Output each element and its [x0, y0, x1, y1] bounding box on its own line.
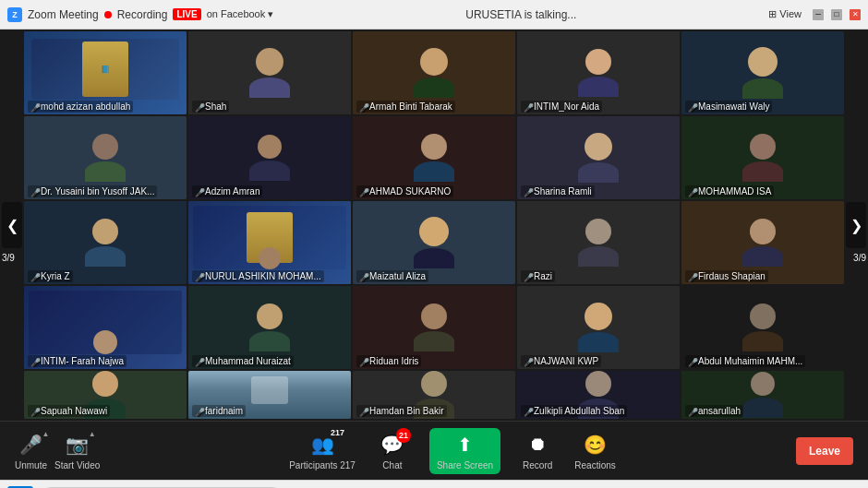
video-icon: 📷 ▲ — [63, 432, 92, 458]
active-speaker-banner-title: URUSETIA is talking... — [465, 8, 576, 21]
silhouette-6 — [85, 134, 126, 182]
toolbar-center: 👥 217 Participants 217 💬 21 Chat ⬆ Share… — [289, 428, 616, 474]
silhouette-11 — [85, 219, 126, 267]
chat-label: Chat — [382, 460, 402, 470]
video-content-15: 🎤 Firdaus Shapian — [681, 201, 844, 284]
participants-label: Participants 217 — [289, 460, 356, 470]
participant-label-21: 🎤 Sapuah Nawawi — [28, 405, 110, 417]
chat-badge: 21 — [396, 428, 411, 443]
mic-icon-11: 🎤 — [30, 273, 38, 280]
video-cell: 🎤 Masimawati Waly — [681, 31, 844, 114]
video-cell: 🎤 faridnaim — [188, 371, 351, 419]
video-content-22: 🎤 faridnaim — [188, 371, 351, 419]
recording-dot-icon — [104, 11, 112, 18]
participants-icon: 👥 217 — [307, 432, 337, 458]
silhouette-16b — [93, 330, 117, 354]
mic-icon-21: 🎤 — [30, 408, 38, 415]
video-content-12: 🎤 NURUL ASHIKIN MOHAM... — [188, 201, 351, 284]
mic-icon-7: 🎤 — [195, 188, 202, 196]
minimize-button[interactable]: ─ — [813, 9, 824, 20]
video-content-18: 🎤 Riduan Idris — [353, 286, 515, 369]
share-screen-button[interactable]: ⬆ Share Screen — [429, 428, 500, 474]
silhouette-18 — [414, 304, 454, 351]
video-cell: 🎤 Kyria Z — [24, 201, 187, 284]
participant-label-14: 🎤 Razi — [521, 270, 555, 282]
reactions-label: Reactions — [574, 460, 615, 470]
record-label: Record — [523, 460, 552, 470]
share-screen-label: Share Screen — [437, 460, 493, 470]
mic-icon-14: 🎤 — [524, 273, 531, 280]
participant-label-23: 🎤 Hamdan Bin Bakir — [356, 405, 447, 417]
view-button[interactable]: ⊞ View — [768, 8, 802, 20]
video-content-21: 🎤 Sapuah Nawawi — [24, 371, 187, 419]
silhouette-7 — [249, 135, 290, 181]
mic-icon-20: 🎤 — [688, 358, 695, 365]
video-cell: 🎤 ansarullah — [681, 371, 844, 419]
mic-icon-3: 🎤 — [359, 103, 367, 111]
video-content-8: 🎤 AHMAD SUKARNO — [353, 116, 515, 199]
on-facebook-label: on Facebook ▾ — [207, 8, 274, 20]
mic-icon-23: 🎤 — [359, 408, 367, 415]
video-cell: 🎤 NURUL ASHIKIN MOHAM... — [188, 201, 351, 284]
participant-label-13: 🎤 Maizatul Aliza — [356, 270, 428, 282]
next-page-button[interactable]: ❯ — [846, 202, 866, 248]
reactions-button[interactable]: 😊 Reactions — [574, 432, 615, 470]
video-cell: 🎤 Armah Binti Tabarak — [353, 31, 515, 114]
participant-label-2: 🎤 Shah — [192, 101, 229, 113]
video-cell: 🎤 Maizatul Aliza — [353, 201, 515, 284]
video-cell: 🎤 INTIM- Farah Najwa — [24, 286, 187, 369]
participant-label-12: 🎤 NURUL ASHIKIN MOHAM... — [192, 270, 324, 282]
participant-label-22: 🎤 faridnaim — [192, 405, 246, 417]
toolbar-left: 🎤 ▲ Unmute 📷 ▲ Start Video — [15, 432, 126, 470]
participant-label-10: 🎤 MOHAMMAD ISA — [685, 185, 774, 197]
participant-label-18: 🎤 Riduan Idris — [356, 355, 421, 367]
mic-icon-25: 🎤 — [688, 408, 695, 415]
participant-label-7: 🎤 Adzim Amran — [192, 185, 262, 197]
silhouette-25 — [742, 372, 783, 418]
mic-icon-1: 🎤 — [30, 103, 38, 111]
silhouette-14 — [578, 219, 619, 267]
chat-button[interactable]: 💬 21 Chat — [378, 432, 407, 470]
participant-label-6: 🎤 Dr. Yusaini bin Yusoff JAK... — [28, 185, 157, 197]
mic-icon-8: 🎤 — [359, 188, 367, 196]
participants-button[interactable]: 👥 217 Participants 217 — [289, 432, 356, 470]
maximize-button[interactable]: □ — [831, 9, 842, 20]
participant-label-16: 🎤 INTIM- Farah Najwa — [28, 355, 127, 367]
silhouette-15 — [742, 219, 783, 267]
mic-icon-12: 🎤 — [195, 273, 202, 280]
video-content-25: 🎤 ansarullah — [681, 371, 844, 419]
video-caret[interactable]: ▲ — [89, 430, 96, 438]
title-bar: Z Zoom Meeting Recording LIVE on Faceboo… — [0, 0, 868, 30]
facebook-dropdown-arrow[interactable]: ▾ — [268, 8, 273, 19]
video-content-24: 🎤 Zulkipli Abdullah Sban — [517, 371, 680, 419]
video-cell: 🎤 Dr. Yusaini bin Yusoff JAK... — [24, 116, 187, 199]
left-page-indicator: 3/9 — [2, 253, 15, 263]
participant-label-1: 🎤 mohd azizan abdullah — [28, 101, 133, 113]
video-content-23: 🎤 Hamdan Bin Bakir — [353, 371, 515, 419]
silhouette-2 — [249, 48, 290, 98]
live-badge: LIVE — [173, 8, 200, 20]
start-video-button[interactable]: 📷 ▲ Start Video — [54, 432, 100, 470]
leave-button[interactable]: Leave — [796, 437, 853, 465]
share-screen-icon: ⬆ — [451, 432, 480, 458]
video-content-1: 📘 🎤 mohd azizan abdullah — [24, 31, 187, 114]
mic-icon-15: 🎤 — [688, 273, 695, 280]
video-content-19: 🎤 NAJWANI KWP — [517, 286, 680, 369]
mic-icon-10: 🎤 — [688, 188, 695, 196]
video-cell: 🎤 Sharina Ramli — [517, 116, 680, 199]
video-content-16: 🎤 INTIM- Farah Najwa — [24, 286, 187, 369]
participant-label-9: 🎤 Sharina Ramli — [521, 185, 595, 197]
mute-caret[interactable]: ▲ — [42, 430, 50, 438]
video-content-11: 🎤 Kyria Z — [24, 201, 187, 284]
participant-label-11: 🎤 Kyria Z — [28, 270, 73, 282]
mic-icon-9: 🎤 — [524, 188, 531, 196]
close-button[interactable]: ✕ — [850, 9, 861, 20]
mic-icon-17: 🎤 — [195, 358, 202, 365]
unmute-button[interactable]: 🎤 ▲ Unmute — [15, 432, 47, 470]
video-cell: 🎤 Riduan Idris — [353, 286, 515, 369]
silhouette-4 — [578, 49, 619, 97]
record-button[interactable]: ⏺ Record — [523, 432, 552, 470]
silhouette-3 — [414, 48, 454, 98]
previous-page-button[interactable]: ❮ — [2, 202, 22, 248]
title-bar-right: ⊞ View ─ □ ✕ — [768, 8, 861, 20]
